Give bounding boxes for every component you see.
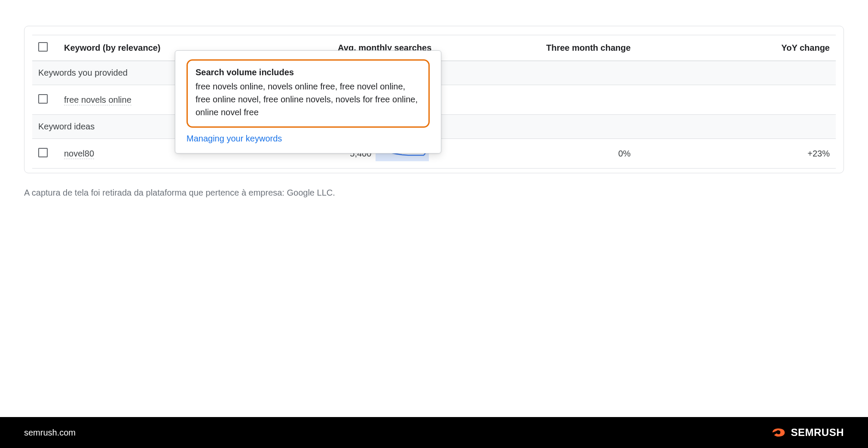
popover-title: Search volume includes <box>196 68 421 77</box>
row-checkbox-cell <box>32 85 58 115</box>
main-content: Keyword (by relevance) Avg. monthly sear… <box>0 0 868 417</box>
popover-body: free novels online, novels online free, … <box>196 80 421 119</box>
semrush-logo-icon <box>770 424 786 441</box>
header-three-month[interactable]: Three month change <box>437 35 636 61</box>
yoy-cell <box>637 85 836 115</box>
header-checkbox-cell <box>32 35 58 61</box>
brand: SEMRUSH <box>770 424 844 441</box>
footer-site: semrush.com <box>24 428 76 438</box>
caption-text: A captura de tela foi retirada da plataf… <box>24 188 844 198</box>
row-checkbox[interactable] <box>38 148 48 157</box>
row-checkbox-cell <box>32 139 58 169</box>
footer-bar: semrush.com SEMRUSH <box>0 417 868 448</box>
search-volume-popover: Search volume includes free novels onlin… <box>175 50 441 153</box>
three-month-cell <box>437 85 636 115</box>
brand-text: SEMRUSH <box>791 427 844 439</box>
three-month-cell: 0% <box>437 139 636 169</box>
header-yoy[interactable]: YoY change <box>637 35 836 61</box>
svg-point-1 <box>777 431 780 434</box>
popover-highlight-box: Search volume includes free novels onlin… <box>186 59 430 128</box>
managing-keywords-link[interactable]: Managing your keywords <box>186 134 282 143</box>
keyword-table-card: Keyword (by relevance) Avg. monthly sear… <box>24 26 844 173</box>
yoy-cell: +23% <box>637 139 836 169</box>
row-checkbox[interactable] <box>38 94 48 104</box>
select-all-checkbox[interactable] <box>38 42 48 52</box>
